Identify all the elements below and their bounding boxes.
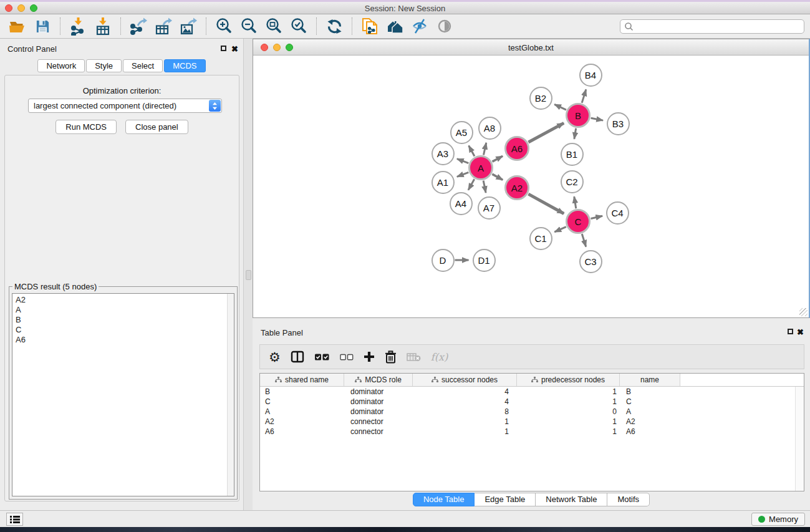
graph-edge[interactable] [591, 118, 603, 120]
table-cell[interactable]: connector [344, 427, 413, 436]
graph-edge[interactable] [457, 159, 468, 163]
graph-edge[interactable] [591, 216, 602, 218]
graph-node-B[interactable]: B [566, 103, 591, 128]
resize-gripper-icon[interactable] [799, 308, 808, 316]
table-cell[interactable]: B [260, 387, 344, 396]
graph-node-A1[interactable]: A1 [432, 171, 455, 194]
tab-edge-table[interactable]: Edge Table [475, 493, 536, 506]
tab-network[interactable]: Network [37, 59, 85, 72]
column-header-mcds-role[interactable]: MCDS role [344, 374, 413, 386]
vertical-splitter-handle[interactable] [246, 270, 251, 280]
graph-node-A4[interactable]: A4 [450, 192, 473, 215]
table-cell[interactable]: A [620, 407, 680, 416]
add-column-button[interactable] [364, 351, 375, 362]
export-image-button[interactable] [178, 16, 199, 36]
table-row[interactable]: Adominator80A [260, 407, 804, 417]
close-panel-button[interactable]: Close panel [125, 120, 188, 134]
graph-edge[interactable] [483, 143, 486, 155]
table-cell[interactable]: 4 [413, 397, 517, 406]
table-scrollbar[interactable] [795, 387, 804, 491]
graph-node-D[interactable]: D [432, 249, 455, 272]
graph-edge[interactable] [528, 194, 564, 213]
table-cell[interactable]: 1 [517, 397, 620, 406]
result-scrollbar[interactable] [227, 294, 234, 496]
column-header-name[interactable]: name [620, 374, 680, 386]
graph-node-C1[interactable]: C1 [529, 227, 552, 250]
hide-details-button[interactable] [409, 16, 430, 36]
criterion-dropdown[interactable]: largest connected component (directed) [28, 99, 222, 113]
mcds-result-item[interactable]: B [12, 315, 234, 325]
mcds-result-item[interactable]: A [12, 305, 234, 315]
tab-node-table[interactable]: Node Table [413, 493, 475, 506]
table-row[interactable]: Bdominator41B [260, 387, 804, 397]
refresh-layout-button[interactable] [324, 16, 345, 36]
graph-edge[interactable] [469, 146, 475, 157]
mcds-result-list[interactable]: A2ABCA6 [12, 293, 234, 496]
table-cell[interactable]: 1 [413, 427, 517, 436]
table-cell[interactable]: A2 [620, 417, 680, 426]
search-input[interactable] [634, 22, 800, 31]
tab-style[interactable]: Style [86, 59, 122, 72]
graph-node-B2[interactable]: B2 [529, 87, 552, 110]
export-network-button[interactable] [128, 16, 149, 36]
function-builder-button[interactable]: f(x) [431, 351, 448, 363]
table-settings-button[interactable]: ⚙ [269, 351, 281, 364]
graph-node-C4[interactable]: C4 [606, 201, 629, 225]
memory-button[interactable]: Memory [751, 513, 805, 526]
run-mcds-button[interactable]: Run MCDS [55, 120, 117, 134]
task-history-button[interactable] [6, 513, 23, 526]
toolbar-search[interactable] [620, 19, 804, 34]
graph-edge[interactable] [468, 179, 475, 190]
graph-node-B4[interactable]: B4 [579, 64, 602, 87]
show-graphics-details-button[interactable] [434, 16, 455, 36]
float-table-panel-icon[interactable] [788, 329, 793, 334]
network-canvas[interactable]: B4B2BB3A8A5A6A3B1AC2A1A2A4A7C4CC1DD1C3 [253, 56, 809, 317]
table-cell[interactable]: 1 [413, 417, 517, 426]
zoom-fit-button[interactable] [263, 16, 284, 36]
table-cell[interactable]: connector [344, 417, 413, 426]
delete-column-button[interactable] [385, 351, 397, 364]
save-session-button[interactable] [32, 16, 53, 36]
zoom-in-button[interactable] [213, 16, 234, 36]
table-cell[interactable]: 1 [517, 427, 620, 436]
delete-table-button-disabled[interactable] [407, 352, 421, 362]
table-cell[interactable]: 8 [413, 407, 517, 416]
network-from-selection-button[interactable] [359, 16, 380, 36]
table-cell[interactable]: A2 [260, 417, 344, 426]
show-columns-button[interactable] [291, 351, 304, 363]
graph-node-B1[interactable]: B1 [561, 143, 584, 166]
graph-edge[interactable] [493, 156, 503, 162]
table-row[interactable]: Cdominator41C [260, 397, 804, 407]
graph-edge[interactable] [574, 196, 576, 208]
table-cell[interactable]: C [620, 397, 680, 406]
network-window-titlebar[interactable]: testGlobe.txt [253, 39, 809, 56]
graph-edge[interactable] [483, 181, 486, 193]
table-cell[interactable]: dominator [344, 407, 413, 416]
deselect-all-columns-button[interactable] [340, 354, 354, 360]
mcds-result-item[interactable]: C [12, 325, 234, 335]
table-cell[interactable]: 1 [517, 417, 620, 426]
graph-edge[interactable] [528, 123, 564, 142]
tab-select[interactable]: Select [123, 59, 163, 72]
graph-edge[interactable] [582, 234, 586, 247]
graph-node-A5[interactable]: A5 [450, 121, 473, 144]
mcds-result-item[interactable]: A6 [12, 335, 234, 345]
table-row[interactable]: A2connector11A2 [260, 417, 804, 427]
graph-edge[interactable] [457, 172, 468, 177]
table-cell[interactable]: 0 [517, 407, 620, 416]
graph-node-C2[interactable]: C2 [561, 170, 584, 193]
close-table-panel-icon[interactable]: ✖ [797, 328, 804, 336]
graph-edge[interactable] [492, 174, 503, 180]
table-cell[interactable]: 4 [413, 387, 517, 396]
import-network-button[interactable] [67, 16, 89, 36]
zoom-out-button[interactable] [238, 16, 259, 36]
column-header-predecessor-nodes[interactable]: predecessor nodes [517, 374, 620, 386]
zoom-selected-button[interactable] [288, 16, 309, 36]
graph-node-A8[interactable]: A8 [478, 117, 501, 140]
graph-edge[interactable] [574, 128, 576, 139]
table-cell[interactable]: A6 [260, 427, 344, 436]
export-table-button[interactable] [153, 16, 174, 36]
graph-node-D1[interactable]: D1 [473, 249, 496, 272]
table-cell[interactable]: B [620, 387, 680, 396]
graph-node-A3[interactable]: A3 [432, 142, 455, 165]
